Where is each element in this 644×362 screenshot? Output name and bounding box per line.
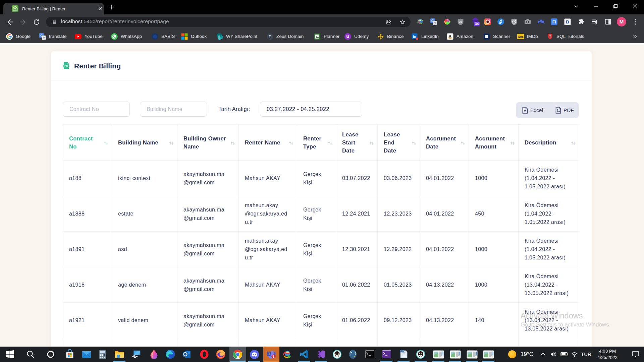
svg-text:s: s xyxy=(218,34,220,38)
svg-text:FI: FI xyxy=(552,20,556,24)
svg-text:PSD: PSD xyxy=(64,65,68,67)
svg-text:文: 文 xyxy=(433,21,437,25)
svg-text:P: P xyxy=(269,34,272,39)
svg-text:1: 1 xyxy=(272,355,274,359)
svg-text:x: x xyxy=(524,109,526,113)
svg-text:IMDb: IMDb xyxy=(518,36,523,38)
svg-text:in: in xyxy=(413,34,416,38)
svg-text:uO: uO xyxy=(459,20,462,23)
svg-text:34: 34 xyxy=(475,22,479,26)
svg-text:B: B xyxy=(566,19,569,24)
svg-text:a: a xyxy=(449,34,451,38)
svg-text:文: 文 xyxy=(43,36,46,39)
